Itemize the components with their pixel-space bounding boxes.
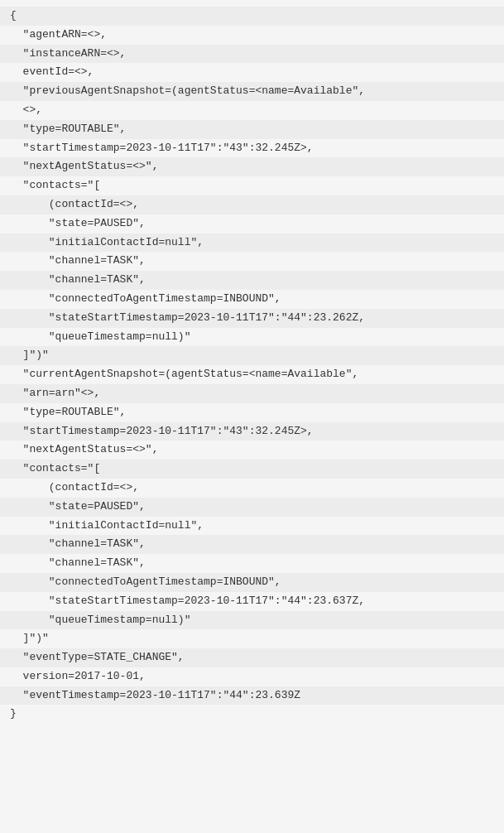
code-line: "connectedToAgentTimestamp=INBOUND", (0, 573, 504, 592)
code-line: "eventTimestamp=2023-10-11T17":"44":23.6… (0, 686, 504, 705)
code-line: } (0, 705, 504, 724)
code-line: "connectedToAgentTimestamp=INBOUND", (0, 290, 504, 309)
code-line: "startTimestamp=2023-10-11T17":"43":32.2… (0, 139, 504, 158)
code-line: "state=PAUSED", (0, 498, 504, 517)
code-line: "channel=TASK", (0, 535, 504, 554)
code-line: (contactId=<>, (0, 195, 504, 214)
code-line: "contacts="[ (0, 176, 504, 195)
code-line: "channel=TASK", (0, 271, 504, 290)
code-line: "channel=TASK", (0, 252, 504, 271)
code-line: "eventType=STATE_CHANGE", (0, 648, 504, 667)
code-line: "queueTimestamp=null)" (0, 328, 504, 347)
code-line: "agentARN=<>, (0, 26, 504, 45)
code-viewer: { "agentARN=<>, "instanceARN=<>, eventId… (0, 0, 504, 833)
code-line: "contacts="[ (0, 460, 504, 479)
code-line: "currentAgentSnapshot=(agentStatus=<name… (0, 365, 504, 384)
code-line: "stateStartTimestamp=2023-10-11T17":"44"… (0, 592, 504, 611)
code-line: version=2017-10-01, (0, 667, 504, 686)
code-line: "type=ROUTABLE", (0, 403, 504, 422)
code-line: { (0, 7, 504, 26)
code-line: "previousAgentSnapshot=(agentStatus=<nam… (0, 82, 504, 101)
code-line: "type=ROUTABLE", (0, 120, 504, 139)
code-line: ]")" (0, 346, 504, 365)
code-line: ]")" (0, 629, 504, 648)
code-line: "instanceARN=<>, (0, 45, 504, 64)
code-line: (contactId=<>, (0, 479, 504, 498)
code-line: "initialContactId=null", (0, 517, 504, 536)
code-line: "state=PAUSED", (0, 214, 504, 234)
code-line: "channel=TASK", (0, 554, 504, 573)
code-line: "arn=arn"<>, (0, 384, 504, 403)
code-line: "nextAgentStatus=<>", (0, 441, 504, 460)
code-line: "initialContactId=null", (0, 234, 504, 253)
code-line: "nextAgentStatus=<>", (0, 157, 504, 176)
code-line: "queueTimestamp=null)" (0, 611, 504, 630)
code-line: <>, (0, 101, 504, 120)
code-line: "startTimestamp=2023-10-11T17":"43":32.2… (0, 422, 504, 441)
code-line: "stateStartTimestamp=2023-10-11T17":"44"… (0, 309, 504, 328)
code-line: eventId=<>, (0, 63, 504, 82)
